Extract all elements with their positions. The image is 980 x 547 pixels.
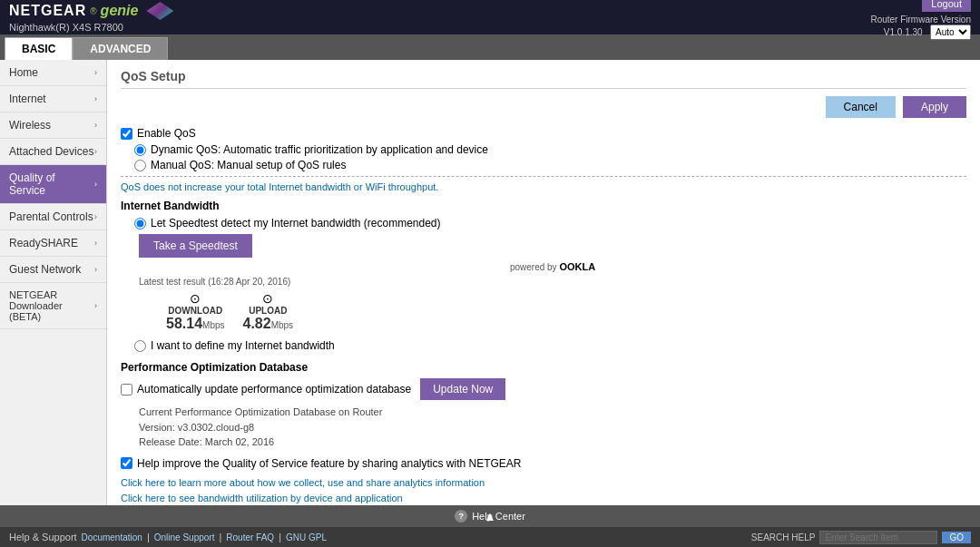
dynamic-qos-radio[interactable] <box>134 144 146 156</box>
speedtest-detect-label: Let Speedtest detect my Internet bandwid… <box>151 217 441 230</box>
sidebar-item-wireless[interactable]: Wireless › <box>0 112 106 139</box>
search-input[interactable] <box>819 531 937 544</box>
release-label: Release Date: March 02, 2016 <box>139 435 966 450</box>
internet-bandwidth-header: Internet Bandwidth <box>121 200 966 212</box>
chevron-right-icon: › <box>94 121 97 130</box>
current-db-label: Current Performance Optimization Databas… <box>139 405 966 420</box>
header-right: Logout Router Firmware Version V1.0.1.30… <box>870 0 971 40</box>
chevron-right-icon: › <box>94 68 97 77</box>
speedtest-radio-row: Let Speedtest detect my Internet bandwid… <box>134 217 966 230</box>
perf-db-info: Current Performance Optimization Databas… <box>139 405 966 450</box>
version-label: Version: v3.0302.cloud-g8 <box>139 420 966 435</box>
cancel-button[interactable]: Cancel <box>826 96 896 118</box>
upload-speed-unit: Mbps <box>271 320 293 330</box>
sidebar-item-quality-of-service[interactable]: Quality of Service › <box>0 165 106 204</box>
go-button[interactable]: GO <box>942 532 971 543</box>
ookla-logo: OOKLA <box>559 261 595 272</box>
upload-speed-value: 4.82 <box>243 316 271 331</box>
sidebar-item-home[interactable]: Home › <box>0 60 106 86</box>
analytics-label: Help improve the Quality of Service feat… <box>137 457 522 470</box>
sidebar-item-guest-network[interactable]: Guest Network › <box>0 257 106 283</box>
speed-results: ⊙ DOWNLOAD 58.14Mbps ⊙ UPLOAD 4.82Mbps <box>166 291 966 332</box>
analytics-learn-more-link[interactable]: Click here to learn more about how we co… <box>121 477 966 488</box>
header: NETGEAR ® genie Nighthawk(R) X4S R7800 L… <box>0 0 980 34</box>
speedtest-detect-radio[interactable] <box>134 218 146 230</box>
firmware-version: V1.0.1.30 <box>884 27 923 37</box>
bandwidth-utilization-link[interactable]: Click here to see bandwidth utilization … <box>121 493 966 503</box>
logout-button[interactable]: Logout <box>922 0 971 12</box>
manual-qos-label: Manual QoS: Manual setup of QoS rules <box>151 159 346 171</box>
perf-db-header: Performance Optimization Database <box>121 361 966 374</box>
gpl-link[interactable]: GNU GPL <box>286 532 327 542</box>
latest-result-text: Latest test result (16:28 Apr 20, 2016) <box>139 277 966 287</box>
firmware-info: Router Firmware Version V1.0.1.30 Auto <box>870 15 971 40</box>
upload-speed-item: ⊙ UPLOAD 4.82Mbps <box>243 291 294 332</box>
enable-qos-row: Enable QoS <box>121 127 966 140</box>
help-center-label: Help Center <box>472 511 525 522</box>
manual-qos-radio[interactable] <box>134 160 146 171</box>
analytics-checkbox[interactable] <box>121 457 132 469</box>
tab-basic[interactable]: BASIC <box>5 37 73 60</box>
dynamic-qos-row: Dynamic QoS: Automatic traffic prioritiz… <box>134 143 966 156</box>
dynamic-qos-label: Dynamic QoS: Automatic traffic prioritiz… <box>151 143 488 156</box>
registered-mark: ® <box>90 6 96 16</box>
define-bandwidth-radio[interactable] <box>134 340 146 352</box>
download-icon: ⊙ <box>190 291 201 306</box>
auto-update-row: Automatically update performance optimiz… <box>121 378 966 400</box>
auto-update-checkbox[interactable] <box>121 384 132 396</box>
page-title: QoS Setup <box>121 69 966 89</box>
search-help-label: SEARCH HELP <box>751 532 816 542</box>
help-support-label: Help & Support <box>9 532 77 542</box>
enable-qos-checkbox[interactable] <box>121 128 132 140</box>
tabs-bar: BASIC ADVANCED <box>0 34 980 60</box>
enable-qos-label: Enable QoS <box>137 127 196 140</box>
define-bandwidth-label: I want to define my Internet bandwidth <box>151 339 335 352</box>
genie-brand: genie <box>101 3 139 19</box>
tab-advanced[interactable]: ADVANCED <box>73 37 168 60</box>
main-layout: Home › Internet › Wireless › Attached De… <box>0 60 980 505</box>
sidebar-item-netgear-downloader[interactable]: NETGEAR Downloader (BETA) › <box>0 283 106 329</box>
powered-by-text: powered by OOKLA <box>139 261 966 272</box>
update-now-button[interactable]: Update Now <box>420 378 505 400</box>
netgear-logo: NETGEAR ® genie <box>9 2 173 20</box>
speedtest-area: Take a Speedtest powered by OOKLA Latest… <box>139 234 966 332</box>
bottom-left: Help & Support Documentation | Online Su… <box>9 532 327 542</box>
define-bandwidth-row: I want to define my Internet bandwidth <box>134 339 966 352</box>
sidebar-item-readyshare[interactable]: ReadySHARE › <box>0 230 106 257</box>
upload-label: UPLOAD <box>249 306 287 316</box>
sidebar: Home › Internet › Wireless › Attached De… <box>0 60 107 505</box>
upload-icon: ⊙ <box>262 291 273 306</box>
links-section: Click here to learn more about how we co… <box>121 477 966 503</box>
logo-diamond-icon <box>146 2 173 20</box>
sidebar-item-parental-controls[interactable]: Parental Controls › <box>0 204 106 230</box>
version-select[interactable]: Auto <box>930 24 971 40</box>
up-arrow-icon[interactable]: ▲ <box>484 509 496 523</box>
download-label: DOWNLOAD <box>168 306 222 316</box>
chevron-right-icon: › <box>94 94 97 103</box>
sidebar-item-attached-devices[interactable]: Attached Devices › <box>0 139 106 165</box>
chevron-right-icon: › <box>94 301 97 310</box>
device-name: Nighthawk(R) X4S R7800 <box>9 22 173 33</box>
documentation-link[interactable]: Documentation <box>82 532 142 542</box>
help-icon: ? <box>455 510 467 523</box>
apply-button[interactable]: Apply <box>903 96 966 118</box>
online-support-link[interactable]: Online Support <box>154 532 215 542</box>
chevron-right-icon: › <box>94 239 97 248</box>
netgear-brand: NETGEAR <box>9 3 86 19</box>
sidebar-item-internet[interactable]: Internet › <box>0 86 106 112</box>
download-speed-item: ⊙ DOWNLOAD 58.14Mbps <box>166 291 225 332</box>
chevron-right-icon: › <box>94 212 97 221</box>
speedtest-button[interactable]: Take a Speedtest <box>139 234 252 258</box>
chevron-right-icon: › <box>94 180 97 189</box>
download-speed-unit: Mbps <box>202 320 224 330</box>
auto-update-checkbox-row: Automatically update performance optimiz… <box>121 383 411 396</box>
chevron-right-icon: › <box>94 265 97 274</box>
action-bar: Cancel Apply <box>121 96 966 118</box>
download-speed-value: 58.14 <box>166 316 202 331</box>
performance-optimization-section: Performance Optimization Database Automa… <box>121 361 966 470</box>
content-area: QoS Setup Cancel Apply Enable QoS Dynami… <box>107 60 980 505</box>
manual-qos-row: Manual QoS: Manual setup of QoS rules <box>134 159 966 171</box>
router-faq-link[interactable]: Router FAQ <box>226 532 274 542</box>
firmware-label: Router Firmware Version <box>870 15 971 24</box>
footer-bar: ? Help Center ▲ <box>0 505 980 527</box>
